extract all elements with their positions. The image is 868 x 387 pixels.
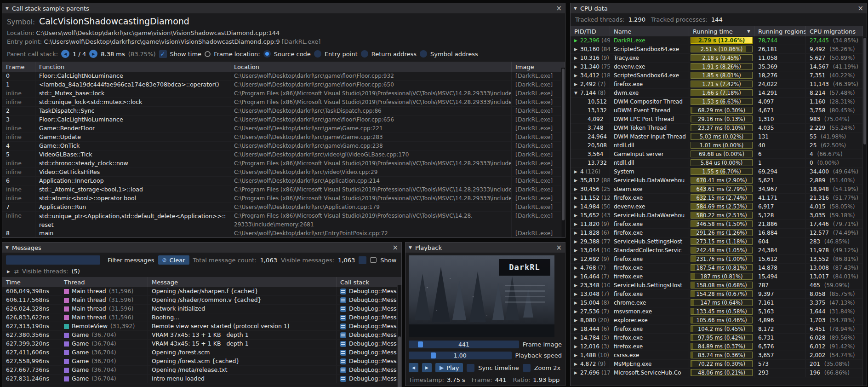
collapse-icon[interactable]: ▼ [409,245,412,250]
cpu-row[interactable]: ▶ 13,044 (10) StandardCollector.Servic 2… [571,246,863,255]
message-row[interactable]: 606,049,398ns Main thread (31,596) Openi… [2,287,401,296]
cpu-row[interactable]: ▶ 30,160 (84) ScriptedSandbox64.exe 2.51… [571,45,863,54]
expand-icon[interactable]: ▶ [574,246,578,254]
cpu-row[interactable]: 13,132 uDWM Event Thread 68.29 ms (0.30%… [571,106,863,115]
next-frame-button[interactable]: ▶ [422,363,432,372]
callstack-icon[interactable] [340,323,346,329]
playback-speed-slider[interactable]: 1.00 [409,352,512,359]
callstack-row[interactable]: 4 Game::OnTick C:\Users\wolf\Desktop\dar… [2,142,565,150]
message-row[interactable]: 627,667,736ns Game (36,704) Opening /met… [2,366,401,375]
callstack-icon[interactable] [340,367,346,373]
cpu-row[interactable]: ▶ 11,828 (6) firefox.exe 291.26 ms (1.26… [571,229,863,237]
message-row[interactable]: 627,313,190ns RemoteView (31,392) Remote… [2,322,401,331]
expand-icon[interactable]: ▶ [574,369,578,377]
playback-titlebar[interactable]: ▼ Playback × [405,243,565,253]
cpu-row[interactable]: ▶ 12,016 (3) firefox.exe 84.89 ms (0.37%… [571,342,863,351]
play-button[interactable]: ▶ Play [435,363,463,372]
expand-icon[interactable]: ▶ [574,54,578,62]
filter-input[interactable] [6,255,100,265]
callstack-row[interactable]: inline Game::RenderFloor C:\Users\wolf\D… [2,124,565,133]
cpu-row[interactable]: ▶ 16,464 (7) firefox.exe 187 ms (0.81%) … [571,272,863,281]
expand-icon[interactable]: ▶ [574,185,578,193]
message-row[interactable]: 627,399,320ns Game (36,704) VRAM 43x45: … [2,340,401,348]
cpu-titlebar[interactable]: ▼ CPU data × [571,3,867,13]
callstack-row[interactable]: 3 Floor::CalcLightNoLuminance C:\Users\w… [2,116,565,124]
expand-icon[interactable]: ▶ [574,168,578,176]
callstack-row[interactable]: inline std::unique_lock<std::mutex>::loc… [2,98,565,107]
expand-icon[interactable]: ▶ [574,45,578,53]
expand-icon[interactable]: ▶ [574,220,578,228]
cpu-row[interactable]: ▶ 4 (126) System 1.55 s (6.70%) 69,294 3… [571,168,863,176]
radio-return-address[interactable] [361,50,368,58]
frame-image-slider[interactable]: 441 [409,341,519,348]
expand-icon[interactable]: ▶ [574,80,578,88]
expand-icon[interactable]: ▼ [574,89,578,97]
expand-icon[interactable]: ▶ [574,229,578,237]
expand-icon[interactable]: ▶ [574,264,578,272]
callstack-row[interactable]: inline std::unique_ptr<Application,std::… [2,212,565,229]
cpu-row[interactable]: ▶ 1,488 (10) csrss.exe 83.74 ms (0.36%) … [571,351,863,360]
scrollbar-thumb[interactable] [863,38,866,144]
cpu-row[interactable]: ▶ 15,004 (8) chrome.exe 147 ms (0.64%) 7… [571,299,863,307]
vertical-scrollbar[interactable] [862,37,867,386]
col-time[interactable]: Time [2,277,60,287]
cpu-row[interactable]: 13,732 ntdll.dll 5.84 us (0.00%) 1 0 (0.… [571,159,863,168]
message-row[interactable]: 627,411,606ns Game (36,704) Opening /for… [2,348,401,357]
callstack-icon[interactable] [340,358,346,364]
cpu-row[interactable]: ▶ 18,444 (6) firefox.exe 104.2 ms (0.45%… [571,325,863,334]
cpu-row[interactable]: ▶ 29,388 (77) ServiceHub.SettingsHost 27… [571,237,863,246]
expand-icon[interactable]: ▶ [574,290,578,298]
expand-icon[interactable]: ▶ [574,342,578,351]
cpu-row[interactable]: ▶ 11,820 (9) firefox.exe 346.58 ms (1.50… [571,220,863,229]
expand-icon[interactable]: ▶ [574,351,578,359]
callstack-row[interactable]: inline Game::Update C:\Users\wolf\Deskto… [2,133,565,142]
sync-timeline-checkbox[interactable] [467,364,474,372]
callstack-row[interactable]: 0 Floor::CalcLightNoLuminance C:\Users\w… [2,72,565,81]
expand-icon[interactable]: ▶ [574,281,578,289]
expand-icon[interactable]: ▶ [574,255,578,263]
zoom-2x-checkbox[interactable] [523,364,531,372]
callstack-row[interactable]: inline std::chrono::steady_clock::now C:… [2,159,565,168]
callstack-row[interactable]: 1 <lambda_84a19dc444fae966ca174e83e708bd… [2,81,565,89]
message-row[interactable]: 627,831,246ns Game (36,704) Intro menu l… [2,375,401,383]
callstack-row[interactable]: 8 main C:\Users\wolf\Desktop\darkrl\src\… [2,229,565,238]
expand-icon[interactable]: ▶ [574,299,578,307]
collapse-icon[interactable]: ▼ [6,245,9,250]
col-message[interactable]: Message [148,277,337,287]
cpu-row[interactable]: ▶ 14,984 (50) devenv.exe 584.69 ms (2.53… [571,202,863,211]
expand-icon[interactable]: ▶ [574,307,578,316]
expand-icon[interactable]: ▶ [574,63,578,71]
col-callstack[interactable]: Call stack [337,277,401,287]
expand-icon[interactable]: ▶ [574,202,578,211]
callstack-icon[interactable] [340,289,346,295]
callstack-row[interactable]: inline std::_Mutex_base::lock C:\Program… [2,89,565,98]
expand-icon[interactable]: ▶ [574,325,578,333]
callstack-icon[interactable] [340,332,346,338]
cpu-row[interactable]: ▶ 34,412 (18) ScriptedSandbox64.exe 1.85… [571,71,863,80]
expand-icon[interactable]: ▶ [574,237,578,246]
expand-icon[interactable]: ▶ [574,176,578,185]
cpu-row[interactable]: 10,512 DWM Compositor Thread 1.53 s (6.6… [571,98,863,106]
scrollbar-thumb[interactable] [562,69,565,220]
vertical-scrollbar[interactable] [397,285,401,387]
expand-icon[interactable]: ▶ [574,316,578,324]
callstack-row[interactable]: 2 TaskDispatch::Sync C:\Users\wolf\Deskt… [2,107,565,116]
visible-threads-toggle[interactable]: ▶ ⇄ Visible threads: (5) [7,267,397,275]
cpu-row[interactable]: ▶ 22,396 (49) DarkRL.exe 2.79 s (12.06%)… [571,36,863,45]
messages-titlebar[interactable]: ▼ Messages × [2,243,401,253]
clear-button[interactable]: ⊘ Clear [158,255,189,265]
cpu-row[interactable]: ▶ 23,348 (106) ServiceHub.SettingsHost 1… [571,281,863,290]
radio-source-code[interactable] [263,50,271,58]
message-row[interactable]: 626,024,328ns Main thread (31,596) Netwo… [2,305,401,313]
message-row[interactable]: 627,558,996ns Game (36,704) Opening /for… [2,357,401,366]
callstack-row[interactable]: inline std::atomic<bool>::operator bool … [2,194,565,203]
cpu-row[interactable]: ▶ 8,080 (20) explorer.exe 105.66 ms (0.4… [571,316,863,325]
col-running-regions[interactable]: Running regions [754,26,806,36]
message-row[interactable]: 606,117,568ns Main thread (31,596) Openi… [2,296,401,305]
show-time-checkbox[interactable]: ✓ [159,50,167,58]
expand-icon[interactable]: ▶ [7,269,11,274]
message-row[interactable]: 627,380,356ns Game (36,704) VRAM 37x45: … [2,331,401,340]
expand-icon[interactable]: ▶ [574,360,578,368]
callstack-row[interactable]: 6 Application::InnerLoop C:\Users\wolf\D… [2,177,565,185]
cpu-row[interactable]: 20,508 ntdll.dll 1.01 ms (0.00%) 40 25 (… [571,141,863,150]
